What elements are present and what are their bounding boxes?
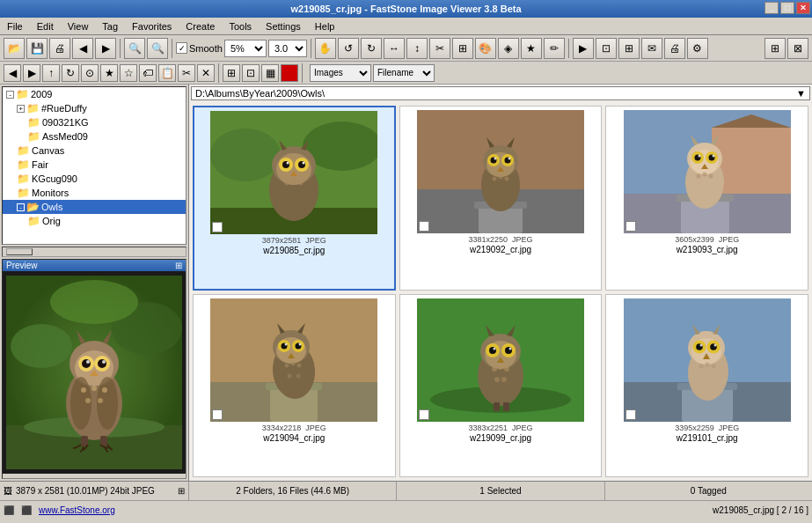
filter-select[interactable]: Images: [310, 64, 371, 82]
sharpen-button[interactable]: ◈: [498, 38, 519, 59]
menu-view[interactable]: View: [64, 20, 92, 33]
tree-node-owls[interactable]: - 📂 Owls: [3, 200, 186, 214]
svg-point-125: [494, 377, 500, 382]
thumb-checkbox-3[interactable]: [625, 221, 636, 232]
menu-tools[interactable]: Tools: [225, 20, 255, 33]
tree-node-assmed[interactable]: 📁 AssMed09: [3, 129, 186, 144]
tree-node-rueduffy[interactable]: + 📁 #RueDuffy: [3, 101, 186, 115]
maximize-button[interactable]: □: [780, 2, 794, 14]
expand-rueduffy[interactable]: +: [17, 105, 25, 113]
tree-hscroll[interactable]: [2, 247, 187, 257]
tree-node-fair[interactable]: 📁 Fair: [3, 158, 186, 172]
hand-tool-button[interactable]: ✋: [315, 38, 336, 59]
bookmark-button[interactable]: ★: [100, 64, 118, 82]
color-select-button[interactable]: [281, 64, 298, 82]
zoom-in-button[interactable]: 🔍: [124, 38, 145, 59]
thumb-checkbox-5[interactable]: [419, 409, 429, 420]
multipage-button[interactable]: ⊞: [618, 38, 640, 59]
slideshow-button[interactable]: ▶: [573, 38, 594, 59]
tree-node-kgcug[interactable]: 📁 KGcug090: [3, 172, 186, 186]
menu-edit[interactable]: Edit: [33, 20, 57, 33]
resize-button[interactable]: ⊞: [452, 38, 473, 59]
rotate-right-button[interactable]: ↻: [361, 38, 382, 59]
thumbnail-item[interactable]: 3395x2259 JPEG w219101_cr.jpg: [605, 294, 808, 477]
thumb-size2-button[interactable]: ⊡: [242, 64, 260, 82]
thumbnail-item[interactable]: 3383x2251 JPEG w219099_cr.jpg: [399, 294, 603, 477]
crop-button[interactable]: ✂: [429, 38, 450, 59]
zoom-percent-select[interactable]: 5%: [224, 40, 267, 57]
svg-point-126: [501, 377, 507, 382]
menu-favorites[interactable]: Favorites: [128, 20, 175, 33]
star-button[interactable]: ☆: [120, 64, 137, 82]
title-bar: w219085_cr.jpg - FastStone Image Viewer …: [0, 0, 812, 18]
forward-button[interactable]: ▶: [23, 64, 40, 82]
view-toggle-button[interactable]: ⊞: [764, 38, 786, 59]
thumbnail-item[interactable]: 3605x2399 JPEG w219093_cr.jpg: [605, 106, 808, 291]
status-expand-icon[interactable]: ⊞: [178, 486, 185, 496]
fullscreen-button[interactable]: ⊠: [787, 38, 808, 59]
website-link[interactable]: www.FastStone.org: [39, 505, 115, 515]
delete-button[interactable]: ✕: [197, 64, 215, 82]
menu-create[interactable]: Create: [182, 20, 218, 33]
print-button[interactable]: 🖨: [49, 38, 70, 59]
flip-h-button[interactable]: ↔: [384, 38, 405, 59]
zoom-out-button[interactable]: 🔍: [147, 38, 168, 59]
draw-button[interactable]: ✏: [544, 38, 565, 59]
compare-button[interactable]: ⊡: [596, 38, 617, 59]
copy-button[interactable]: 📋: [158, 64, 176, 82]
effects-button[interactable]: ★: [521, 38, 542, 59]
thumb-size3-button[interactable]: ▦: [261, 64, 279, 82]
tree-node-orig[interactable]: 📁 Orig: [3, 214, 186, 228]
menu-help[interactable]: Help: [311, 20, 339, 33]
next-button[interactable]: ▶: [95, 38, 116, 59]
prev-button[interactable]: ◀: [72, 38, 93, 59]
flip-v-button[interactable]: ↕: [406, 38, 428, 59]
refresh-button[interactable]: ↻: [62, 64, 79, 82]
thumb-size1-button[interactable]: ⊞: [223, 64, 240, 82]
svg-point-14: [86, 360, 90, 364]
svg-point-107: [296, 374, 301, 379]
menu-tag[interactable]: Tag: [99, 20, 121, 33]
thumbnail-item[interactable]: 3334x2218 JPEG w219094_cr.jpg: [193, 294, 396, 477]
tree-node-monitors[interactable]: 📁 Monitors: [3, 186, 186, 200]
open-button[interactable]: 📂: [4, 38, 25, 59]
preview-controls[interactable]: ⊞: [175, 261, 182, 270]
tree-node-canvas[interactable]: 📁 Canvas: [3, 144, 186, 158]
tag-button[interactable]: 🏷: [139, 64, 157, 82]
move-button[interactable]: ✂: [178, 64, 195, 82]
title-bar-controls[interactable]: _ □ ✕: [764, 2, 810, 14]
close-button[interactable]: ✕: [796, 2, 810, 14]
thumb-checkbox-4[interactable]: [212, 409, 223, 420]
expand-owls[interactable]: -: [17, 203, 25, 211]
back-button[interactable]: ◀: [4, 64, 21, 82]
toolbar2: ◀ ▶ ↑ ↻ ⊙ ★ ☆ 🏷 📋 ✂ ✕ ⊞ ⊡ ▦ Images Filen…: [0, 62, 812, 85]
up-button[interactable]: ↑: [42, 64, 60, 82]
minimize-button[interactable]: _: [764, 2, 779, 14]
tree-node-090321kg[interactable]: 📁 090321KG: [3, 115, 186, 129]
thumb-name-6: w219101_cr.jpg: [677, 433, 738, 443]
expand-2009[interactable]: -: [6, 91, 14, 99]
thumb-checkbox-6[interactable]: [625, 409, 636, 420]
thumbnail-item[interactable]: 3381x2250 JPEG w219092_cr.jpg: [399, 106, 603, 291]
smooth-checkbox[interactable]: ✓: [176, 42, 187, 54]
menu-file[interactable]: File: [4, 20, 26, 33]
thumb-checkbox-1[interactable]: [212, 222, 223, 232]
rotate-left-button[interactable]: ↺: [338, 38, 359, 59]
save-button[interactable]: 💾: [26, 38, 48, 59]
tree-node-2009[interactable]: - 📁 2009: [3, 87, 186, 101]
thumb-image-2: [417, 110, 584, 233]
settings-button[interactable]: ⚙: [687, 38, 708, 59]
print2-button[interactable]: 🖨: [664, 38, 685, 59]
menu-settings[interactable]: Settings: [262, 20, 304, 33]
thumbnail-item[interactable]: 3879x2581 JPEG w219085_cr.jpg: [193, 106, 396, 291]
path-dropdown-icon[interactable]: ▼: [796, 88, 806, 99]
home-button[interactable]: ⊙: [81, 64, 99, 82]
email-button[interactable]: ✉: [641, 38, 662, 59]
thumb-checkbox-2[interactable]: [419, 221, 429, 232]
color-button[interactable]: 🎨: [475, 38, 496, 59]
tree-label-monitors: Monitors: [32, 188, 69, 198]
sort-select[interactable]: Filename: [373, 64, 435, 82]
tree-panel[interactable]: - 📁 2009 + 📁 #RueDuffy 📁 090321KG 📁 AssM…: [2, 86, 187, 245]
zoom-value-select[interactable]: 3.0: [268, 40, 307, 57]
tree-hscroll-thumb[interactable]: [6, 248, 33, 255]
